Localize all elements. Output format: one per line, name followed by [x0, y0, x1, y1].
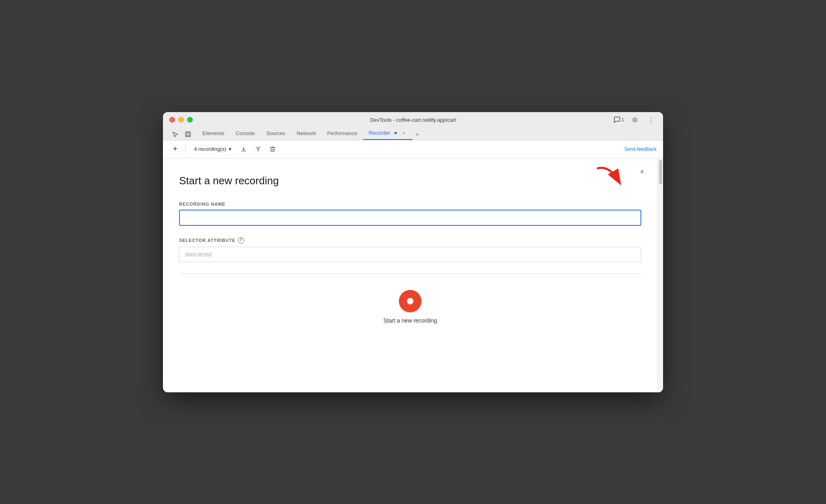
svg-rect-0 [186, 132, 190, 137]
delete-recording-button[interactable] [267, 144, 278, 155]
selector-attribute-input[interactable] [179, 247, 641, 262]
recordings-dropdown[interactable]: 4 recording(s) ▾ [191, 144, 235, 154]
toolbar-icons-right: 1 ⚙ ⋮ [613, 114, 657, 125]
more-button[interactable]: ⋮ [645, 114, 657, 125]
scrollbar[interactable] [657, 158, 663, 392]
nav-tabs: Elements Console Sources Network Perform… [197, 127, 422, 140]
add-recording-button[interactable]: + [169, 144, 181, 155]
recordings-toolbar: + 4 recording(s) ▾ Send feedback [163, 140, 663, 158]
tab-more-button[interactable]: » [413, 128, 422, 140]
svg-rect-1 [187, 133, 190, 135]
svg-point-2 [394, 132, 397, 134]
tab-recorder[interactable]: Recorder × [363, 127, 413, 140]
red-arrow-annotation [593, 162, 625, 192]
tab-network[interactable]: Network [291, 127, 322, 140]
toolbar-divider [186, 144, 186, 154]
start-recording-area: Start a new recording [179, 286, 641, 324]
export-recording-button[interactable] [238, 144, 249, 155]
notifications-button[interactable]: 1 [613, 114, 624, 125]
tab-close-recorder[interactable]: × [400, 130, 407, 136]
close-traffic-light[interactable] [169, 117, 175, 123]
form-separator [179, 273, 641, 274]
settings-button[interactable]: ⚙ [629, 114, 640, 125]
selector-attribute-label: SELECTOR ATTRIBUTE ? [179, 237, 641, 244]
minimize-traffic-light[interactable] [178, 117, 184, 123]
devtools-window: DevTools - coffee-cart.netlify.app/cart … [163, 112, 663, 392]
form-title: Start a new recording [179, 175, 641, 187]
maximize-traffic-light[interactable] [187, 117, 193, 123]
recording-name-input[interactable] [179, 210, 641, 226]
title-bar: DevTools - coffee-cart.netlify.app/cart … [163, 112, 663, 140]
selector-attribute-group: SELECTOR ATTRIBUTE ? [179, 237, 641, 262]
traffic-lights [169, 117, 193, 123]
recording-name-group: RECORDING NAME [179, 202, 641, 226]
tab-console[interactable]: Console [230, 127, 261, 140]
tab-performance[interactable]: Performance [321, 127, 363, 140]
cursor-tool-button[interactable] [169, 129, 181, 140]
tab-sources[interactable]: Sources [261, 127, 291, 140]
import-recording-button[interactable] [252, 144, 264, 155]
window-title: DevTools - coffee-cart.netlify.app/cart [370, 117, 456, 123]
inspect-element-button[interactable] [182, 129, 194, 140]
record-dot [407, 298, 413, 304]
selector-help-icon[interactable]: ? [238, 237, 244, 244]
send-feedback-link[interactable]: Send feedback [624, 146, 657, 152]
main-content: × Start a new recording RECORDING NAME S… [163, 158, 657, 392]
scrollbar-thumb[interactable] [659, 160, 662, 184]
tab-elements[interactable]: Elements [197, 127, 230, 140]
start-recording-label: Start a new recording [383, 317, 437, 324]
start-recording-button[interactable] [399, 290, 421, 312]
recording-name-label: RECORDING NAME [179, 202, 641, 206]
close-form-button[interactable]: × [636, 167, 648, 178]
